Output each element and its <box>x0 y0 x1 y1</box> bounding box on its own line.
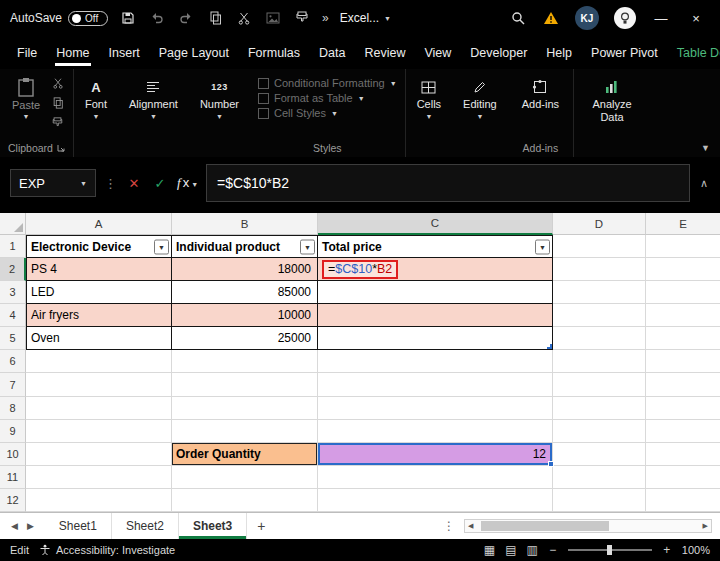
cell-styles-button[interactable]: Cell Styles ▼ <box>258 107 397 119</box>
cell-C3[interactable] <box>318 281 553 304</box>
ribbon-group-font[interactable]: A Font ▼ <box>74 69 118 157</box>
scroll-left-icon[interactable]: ◀ <box>468 522 473 530</box>
cell-D7[interactable] <box>553 373 646 396</box>
ribbon-group-editing[interactable]: Editing ▼ <box>452 69 508 157</box>
scroll-right-icon[interactable]: ▶ <box>703 522 708 530</box>
normal-view-icon[interactable]: ▦ <box>484 543 495 557</box>
cell-B2[interactable]: 18000 <box>172 258 318 281</box>
filter-dropdown-icon[interactable]: ▼ <box>535 239 550 254</box>
cell-D5[interactable] <box>553 327 646 350</box>
format-as-table-button[interactable]: Format as Table ▼ <box>258 92 397 104</box>
cell-D2[interactable] <box>553 258 646 281</box>
cell-B1[interactable]: Individual product ▼ <box>172 235 318 258</box>
cell-D9[interactable] <box>553 420 646 443</box>
cell-C8[interactable] <box>318 397 553 420</box>
minimize-button[interactable]: — <box>651 11 671 26</box>
cell-E10[interactable] <box>646 443 720 466</box>
tab-page-layout[interactable]: Page Layout <box>158 38 230 68</box>
tab-view[interactable]: View <box>423 38 452 68</box>
insert-function-button[interactable]: fx ▼ <box>177 175 198 191</box>
ribbon-group-cells[interactable]: Cells ▼ <box>406 69 452 157</box>
cell-C7[interactable] <box>318 373 553 396</box>
cell-C5[interactable] <box>318 327 553 350</box>
cell-C11[interactable] <box>318 466 553 489</box>
column-header-D[interactable]: D <box>553 213 646 235</box>
cell-D11[interactable] <box>553 466 646 489</box>
cell-E6[interactable] <box>646 350 720 373</box>
cell-E12[interactable] <box>646 489 720 512</box>
collapse-formula-bar-icon[interactable]: ∧ <box>698 177 710 190</box>
formula-bar-handle[interactable]: ⋮ <box>104 176 117 191</box>
ribbon-group-alignment[interactable]: Alignment ▼ <box>118 69 189 157</box>
row-header-10[interactable]: 10 <box>0 443 26 466</box>
cell-A9[interactable] <box>26 420 172 443</box>
tab-help[interactable]: Help <box>545 38 573 68</box>
cell-E7[interactable] <box>646 373 720 396</box>
picture-icon[interactable] <box>264 9 282 27</box>
cell-D12[interactable] <box>553 489 646 512</box>
row-header-4[interactable]: 4 <box>0 304 26 327</box>
cell-B7[interactable] <box>172 373 318 396</box>
select-all-corner[interactable] <box>0 213 26 235</box>
cell-D6[interactable] <box>553 350 646 373</box>
cell-B8[interactable] <box>172 397 318 420</box>
tab-power-pivot[interactable]: Power Pivot <box>590 38 659 68</box>
cell-A4[interactable]: Air fryers <box>26 304 172 327</box>
sheet-tab-sheet1[interactable]: Sheet1 <box>45 513 112 539</box>
column-header-A[interactable]: A <box>26 213 172 235</box>
cell-C9[interactable] <box>318 420 553 443</box>
document-title-menu[interactable]: Excel... ▼ <box>340 11 391 25</box>
format-painter-icon[interactable] <box>52 117 64 131</box>
row-header-3[interactable]: 3 <box>0 281 26 304</box>
collapse-ribbon-icon[interactable]: ▼ <box>701 143 710 153</box>
cell-A8[interactable] <box>26 397 172 420</box>
column-header-C[interactable]: C <box>318 213 553 235</box>
cell-D3[interactable] <box>553 281 646 304</box>
copy-icon[interactable] <box>52 97 64 111</box>
row-header-6[interactable]: 6 <box>0 350 26 373</box>
cell-B10[interactable]: Order Quantity <box>172 443 318 466</box>
column-header-B[interactable]: B <box>172 213 318 235</box>
tab-insert[interactable]: Insert <box>108 38 141 68</box>
cell-E11[interactable] <box>646 466 720 489</box>
undo-icon[interactable] <box>148 9 166 27</box>
fill-handle[interactable] <box>548 461 554 467</box>
cell-B4[interactable]: 10000 <box>172 304 318 327</box>
tab-home[interactable]: Home <box>55 38 90 68</box>
cell-B11[interactable] <box>172 466 318 489</box>
column-header-E[interactable]: E <box>646 213 720 235</box>
copy-icon[interactable] <box>206 9 224 27</box>
zoom-level[interactable]: 100% <box>682 544 710 556</box>
analyze-data-button[interactable]: Analyze Data <box>582 75 642 155</box>
cell-E3[interactable] <box>646 281 720 304</box>
tab-table-design[interactable]: Table Design <box>676 38 720 68</box>
zoom-out-button[interactable]: − <box>548 543 558 557</box>
cell-C6[interactable] <box>318 350 553 373</box>
add-sheet-button[interactable]: + <box>247 513 275 539</box>
tab-formulas[interactable]: Formulas <box>247 38 301 68</box>
accessibility-checker[interactable]: Accessibility: Investigate <box>39 544 175 556</box>
zoom-in-button[interactable]: + <box>662 543 672 557</box>
row-header-1[interactable]: 1 <box>0 235 26 258</box>
cell-A2[interactable]: PS 4 <box>26 258 172 281</box>
cell-C12[interactable] <box>318 489 553 512</box>
cell-C1[interactable]: Total price ▼ <box>318 235 553 258</box>
avatar[interactable]: KJ <box>575 6 599 30</box>
cell-A7[interactable] <box>26 373 172 396</box>
cancel-entry-button[interactable]: ✕ <box>125 176 143 191</box>
autosave-switch[interactable]: Off <box>68 11 108 26</box>
paste-button[interactable]: Paste ▼ <box>8 75 44 140</box>
row-header-11[interactable]: 11 <box>0 466 26 489</box>
sheet-nav-right-icon[interactable]: ▶ <box>27 521 34 531</box>
filter-dropdown-icon[interactable]: ▼ <box>154 239 169 254</box>
page-break-view-icon[interactable]: ▥ <box>527 543 538 557</box>
save-icon[interactable] <box>119 9 137 27</box>
tab-file[interactable]: File <box>16 38 38 68</box>
tab-review[interactable]: Review <box>363 38 406 68</box>
sheet-tab-sheet2[interactable]: Sheet2 <box>112 513 179 539</box>
confirm-entry-button[interactable]: ✓ <box>151 176 169 191</box>
cut-icon[interactable] <box>52 77 64 91</box>
cell-E9[interactable] <box>646 420 720 443</box>
cell-E2[interactable] <box>646 258 720 281</box>
search-icon[interactable] <box>509 9 527 27</box>
